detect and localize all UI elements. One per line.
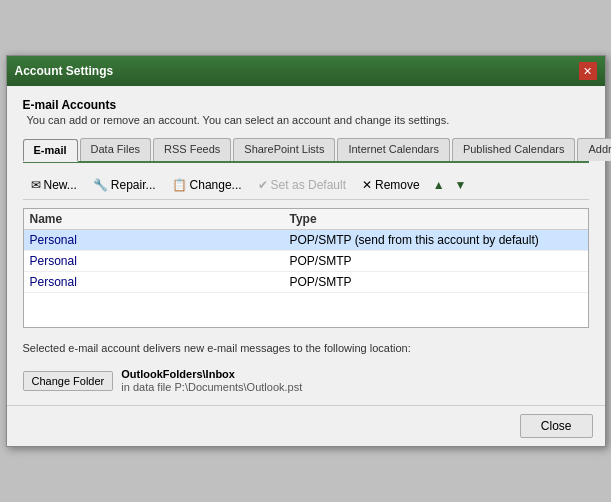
tab-sharepointlists[interactable]: SharePoint Lists [233, 138, 335, 161]
close-button[interactable]: Close [520, 414, 593, 438]
dialog-title: Account Settings [15, 64, 114, 78]
new-label: New... [44, 178, 77, 192]
title-bar: Account Settings ✕ [7, 56, 605, 86]
setdefault-icon: ✔ [258, 178, 268, 192]
tab-email[interactable]: E-mail [23, 139, 78, 162]
table-row[interactable]: Personal POP/SMTP [24, 272, 588, 293]
moveup-button[interactable]: ▲ [430, 176, 448, 194]
account-type: POP/SMTP [290, 275, 582, 289]
footer-message: Selected e-mail account delivers new e-m… [23, 340, 589, 356]
col-header-type: Type [290, 212, 582, 226]
change-button[interactable]: 📋 Change... [166, 175, 248, 195]
table-header: Name Type [24, 209, 588, 230]
repair-label: Repair... [111, 178, 156, 192]
table-row[interactable]: Personal POP/SMTP [24, 251, 588, 272]
repair-icon: 🔧 [93, 178, 108, 192]
dialog-content: E-mail Accounts You can add or remove an… [7, 86, 605, 405]
footer-location: Change Folder OutlookFolders\Inbox in da… [23, 368, 589, 393]
change-icon: 📋 [172, 178, 187, 192]
tab-internetcalendars[interactable]: Internet Calendars [337, 138, 450, 161]
change-label: Change... [190, 178, 242, 192]
remove-icon: ✕ [362, 178, 372, 192]
section-description: You can add or remove an account. You ca… [27, 114, 589, 126]
account-type: POP/SMTP (send from this account by defa… [290, 233, 582, 247]
repair-button[interactable]: 🔧 Repair... [87, 175, 162, 195]
accounts-table: Name Type Personal POP/SMTP (send from t… [23, 208, 589, 328]
col-header-name: Name [30, 212, 290, 226]
new-icon: ✉ [31, 178, 41, 192]
new-button[interactable]: ✉ New... [25, 175, 83, 195]
dialog-footer: Close [7, 405, 605, 446]
location-info: OutlookFolders\Inbox in data file P:\Doc… [121, 368, 302, 393]
remove-label: Remove [375, 178, 420, 192]
table-row[interactable]: Personal POP/SMTP (send from this accoun… [24, 230, 588, 251]
tab-addressbooks[interactable]: Address Books [577, 138, 611, 161]
setdefault-button[interactable]: ✔ Set as Default [252, 175, 352, 195]
tab-datafiles[interactable]: Data Files [80, 138, 152, 161]
change-folder-button[interactable]: Change Folder [23, 371, 114, 391]
setdefault-label: Set as Default [271, 178, 346, 192]
accounts-toolbar: ✉ New... 🔧 Repair... 📋 Change... ✔ Set a… [23, 171, 589, 200]
account-type: POP/SMTP [290, 254, 582, 268]
remove-button[interactable]: ✕ Remove [356, 175, 426, 195]
tab-publishedcalendars[interactable]: Published Calendars [452, 138, 576, 161]
account-name: Personal [30, 254, 290, 268]
tab-rssfeeds[interactable]: RSS Feeds [153, 138, 231, 161]
tab-bar: E-mail Data Files RSS Feeds SharePoint L… [23, 138, 589, 163]
location-bold: OutlookFolders\Inbox [121, 368, 302, 380]
account-name: Personal [30, 233, 290, 247]
section-header: E-mail Accounts You can add or remove an… [23, 98, 589, 126]
account-settings-dialog: Account Settings ✕ E-mail Accounts You c… [6, 55, 606, 447]
location-sub: in data file P:\Documents\Outlook.pst [121, 381, 302, 393]
close-title-button[interactable]: ✕ [579, 62, 597, 80]
account-name: Personal [30, 275, 290, 289]
section-title: E-mail Accounts [23, 98, 589, 112]
movedown-button[interactable]: ▼ [452, 176, 470, 194]
